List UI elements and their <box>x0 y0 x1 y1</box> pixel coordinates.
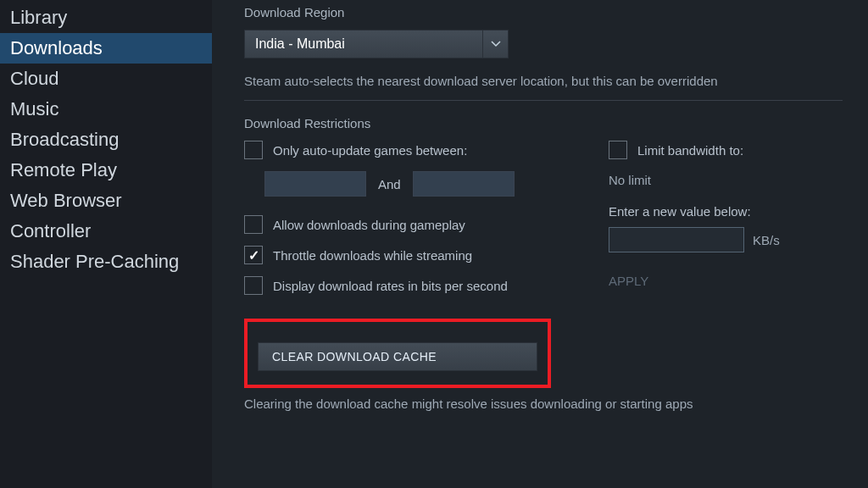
download-region-title: Download Region <box>244 5 868 19</box>
highlight-annotation: CLEAR DOWNLOAD CACHE <box>244 319 551 388</box>
display-bits-checkbox[interactable] <box>244 276 263 295</box>
sidebar-item-downloads[interactable]: Downloads <box>0 33 212 64</box>
chevron-down-icon <box>483 30 509 58</box>
apply-button[interactable]: APPLY <box>609 266 719 295</box>
sidebar-item-controller[interactable]: Controller <box>0 216 212 247</box>
sidebar-item-shader-pre-caching[interactable]: Shader Pre-Caching <box>0 247 212 277</box>
bandwidth-no-limit: No limit <box>609 173 780 187</box>
limit-bandwidth-label: Limit bandwidth to: <box>637 143 743 158</box>
settings-sidebar: Library Downloads Cloud Music Broadcasti… <box>0 0 212 488</box>
auto-update-label: Only auto-update games between: <box>273 143 467 158</box>
and-label: And <box>378 177 401 191</box>
download-restrictions-title: Download Restrictions <box>244 116 868 130</box>
limit-bandwidth-checkbox[interactable] <box>609 141 627 159</box>
sidebar-item-remote-play[interactable]: Remote Play <box>0 155 212 186</box>
download-region-value: India - Mumbai <box>244 30 483 58</box>
sidebar-item-broadcasting[interactable]: Broadcasting <box>0 125 212 155</box>
bandwidth-unit: KB/s <box>753 233 780 247</box>
allow-gameplay-label: Allow downloads during gameplay <box>273 218 465 232</box>
allow-gameplay-checkbox[interactable] <box>244 215 263 234</box>
divider <box>244 100 843 101</box>
throttle-streaming-checkbox[interactable] <box>244 246 263 264</box>
clear-cache-help: Clearing the download cache might resolv… <box>244 396 868 411</box>
enter-value-label: Enter a new value below: <box>609 204 780 219</box>
auto-update-end-time[interactable] <box>413 171 515 197</box>
sidebar-item-web-browser[interactable]: Web Browser <box>0 186 212 216</box>
bandwidth-input[interactable] <box>609 227 744 252</box>
throttle-streaming-label: Throttle downloads while streaming <box>273 248 472 263</box>
sidebar-item-library[interactable]: Library <box>0 3 212 33</box>
downloads-settings-panel: Download Region India - Mumbai Steam aut… <box>212 0 868 488</box>
display-bits-label: Display download rates in bits per secon… <box>273 279 508 293</box>
sidebar-item-music[interactable]: Music <box>0 94 212 125</box>
auto-update-checkbox[interactable] <box>244 141 263 159</box>
download-region-help: Steam auto-selects the nearest download … <box>244 74 868 88</box>
auto-update-start-time[interactable] <box>264 171 366 197</box>
clear-download-cache-button[interactable]: CLEAR DOWNLOAD CACHE <box>258 342 537 371</box>
sidebar-item-cloud[interactable]: Cloud <box>0 64 212 94</box>
download-region-dropdown[interactable]: India - Mumbai <box>244 30 509 58</box>
